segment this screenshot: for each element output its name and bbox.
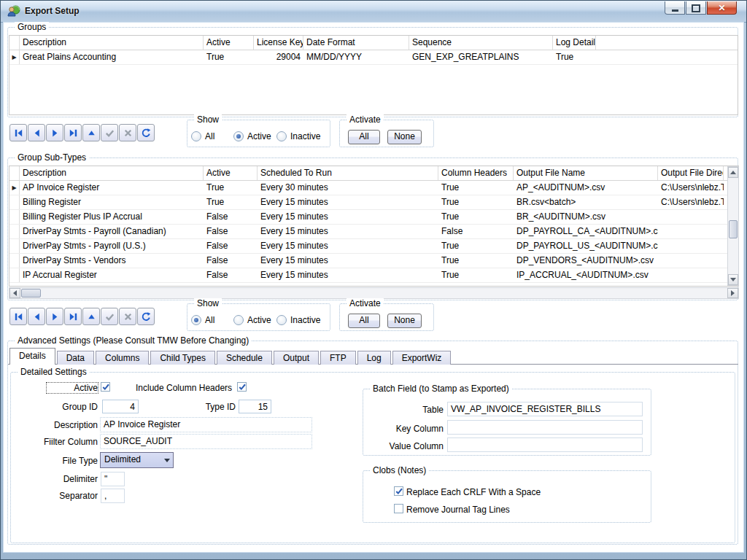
first-icon <box>13 311 24 322</box>
close-button[interactable]: ✕ <box>707 1 737 15</box>
type-id-field[interactable]: 15 <box>239 400 271 413</box>
scroll-left-button[interactable] <box>9 288 20 298</box>
groups-show-inactive-radio[interactable] <box>276 131 287 141</box>
horizontal-scroll-thumb[interactable] <box>21 289 41 298</box>
table-row[interactable]: DriverPay Stmts - Payroll (U.S.)FalseEve… <box>9 239 738 254</box>
groups-show-active-radio[interactable] <box>233 131 244 141</box>
column-header[interactable]: Description <box>20 36 204 50</box>
column-header[interactable]: Description <box>20 166 204 180</box>
scroll-right-button[interactable] <box>727 288 738 298</box>
separator-field[interactable]: , <box>101 489 125 503</box>
table-row[interactable]: ▶AP Invoice RegisterTrueEvery 30 minutes… <box>9 181 738 195</box>
column-header[interactable]: Date Format <box>303 36 409 50</box>
value-column-field[interactable] <box>447 438 643 452</box>
remove-journal-tags-checkbox[interactable] <box>394 504 403 513</box>
previous-record-button[interactable] <box>28 124 45 141</box>
table-row[interactable]: DriverPay Stmts - Payroll (Canadian)Fals… <box>9 225 738 239</box>
up-record-button[interactable] <box>82 124 100 141</box>
accept-record-button[interactable] <box>101 308 118 325</box>
table-row[interactable]: ▶Great Plains AccountingTrue29004MM/DD/Y… <box>9 50 738 65</box>
vertical-scroll-thumb[interactable] <box>729 220 738 238</box>
maximize-icon <box>692 4 700 12</box>
next-record-button[interactable] <box>46 124 63 141</box>
delimiter-label: Delimiter <box>10 474 98 484</box>
dropdown-arrow-icon[interactable] <box>161 453 173 467</box>
table-row[interactable]: Billing Register Plus IP AccrualFalseEve… <box>9 210 738 225</box>
subtypes-show-active-radio[interactable] <box>233 315 244 325</box>
value-column-label: Value Column <box>363 441 444 451</box>
subtypes-horizontal-scrollbar[interactable] <box>9 287 739 299</box>
grid-cell: DP_PAYROLL_CA_<AUDITNUM>.csv <box>514 225 658 238</box>
column-header[interactable]: Active <box>204 36 254 50</box>
column-header[interactable]: Active <box>204 166 258 180</box>
scroll-up-button[interactable] <box>728 167 738 178</box>
tab-details[interactable]: Details <box>9 348 55 365</box>
first-record-button[interactable] <box>9 308 27 325</box>
grid-cell: False <box>204 254 258 268</box>
accept-record-button[interactable] <box>101 124 118 141</box>
filter-column-field[interactable]: SOURCE_AUDIT <box>100 434 312 449</box>
groups-show-all-radio[interactable] <box>191 131 201 141</box>
tab-child-types[interactable]: Child Types <box>150 351 214 365</box>
subtypes-activate-all-button[interactable]: All <box>348 314 380 328</box>
export-setup-window: Export Setup ✕ Groups DescriptionActiveL… <box>0 0 747 560</box>
last-record-button[interactable] <box>64 308 82 325</box>
previous-record-button[interactable] <box>28 308 45 325</box>
table-row[interactable]: Billing RegisterTrueEvery 15 minutesTrue… <box>9 195 738 210</box>
tab-schedule[interactable]: Schedule <box>217 351 272 365</box>
tab-data[interactable]: Data <box>57 351 94 365</box>
column-header[interactable]: License Key <box>254 36 303 50</box>
tab-log[interactable]: Log <box>357 351 391 365</box>
grid-cell: False <box>204 210 258 224</box>
replace-crlf-label: Replace Each CRLF With a Space <box>406 487 541 497</box>
refresh-record-button[interactable] <box>137 124 155 141</box>
column-header[interactable]: Sequence <box>409 36 553 50</box>
scroll-down-button[interactable] <box>728 274 738 285</box>
grid-cell: True <box>438 210 514 224</box>
include-column-headers-label: Include Column Headers <box>136 383 232 393</box>
key-column-field[interactable] <box>447 420 643 435</box>
column-header[interactable]: Log Details <box>553 36 596 50</box>
next-record-button[interactable] <box>46 308 63 325</box>
groups-activate-none-button[interactable]: None <box>387 130 422 144</box>
maximize-button[interactable] <box>686 1 706 15</box>
column-header[interactable]: Column Headers <box>438 166 514 180</box>
titlebar: Export Setup ✕ <box>1 1 746 23</box>
last-record-button[interactable] <box>64 124 82 141</box>
tab-output[interactable]: Output <box>274 351 319 365</box>
up-icon <box>86 311 97 322</box>
cancel-icon <box>123 311 133 322</box>
file-type-dropdown[interactable]: Delimited <box>100 452 174 468</box>
cancel-record-button[interactable] <box>119 308 136 325</box>
refresh-record-button[interactable] <box>137 308 155 325</box>
grid-cell: True <box>438 181 514 195</box>
subtypes-activate-label: Activate <box>347 298 384 308</box>
description-field[interactable]: AP Invoice Register <box>100 417 312 432</box>
tab-columns[interactable]: Columns <box>96 351 149 365</box>
tab-ftp[interactable]: FTP <box>320 351 356 365</box>
minimize-button[interactable] <box>665 1 685 15</box>
subtypes-vertical-scrollbar[interactable] <box>727 166 739 286</box>
active-checkbox[interactable] <box>101 382 110 392</box>
column-header[interactable]: Scheduled To Run <box>258 166 438 180</box>
tab-exportwiz[interactable]: ExportWiz <box>392 351 452 365</box>
column-header[interactable]: Output File Name <box>514 166 658 180</box>
radio-label: All <box>205 315 214 325</box>
grid-cell: Billing Register Plus IP Accrual <box>20 210 204 224</box>
table-field[interactable]: VW_AP_INVOICE_REGISTER_BILLS <box>447 402 643 416</box>
cancel-record-button[interactable] <box>119 124 136 141</box>
groups-activate-all-button[interactable]: All <box>348 130 380 144</box>
replace-crlf-checkbox[interactable] <box>394 486 403 496</box>
scroll-left-icon <box>13 290 17 296</box>
delimiter-field[interactable]: " <box>101 472 125 486</box>
subtypes-activate-none-button[interactable]: None <box>387 314 422 328</box>
table-row[interactable]: DriverPay Stmts - VendorsFalseEvery 15 m… <box>9 254 738 268</box>
column-header[interactable]: Output File Direc <box>658 166 724 180</box>
first-record-button[interactable] <box>9 124 27 141</box>
group-id-field[interactable]: 4 <box>102 400 139 413</box>
up-record-button[interactable] <box>82 308 100 325</box>
include-column-headers-checkbox[interactable] <box>237 382 247 392</box>
table-row[interactable]: IP Accrual RegisterFalseEvery 15 minutes… <box>9 268 738 283</box>
subtypes-show-inactive-radio[interactable] <box>276 315 287 325</box>
subtypes-show-all-radio[interactable] <box>191 315 201 325</box>
